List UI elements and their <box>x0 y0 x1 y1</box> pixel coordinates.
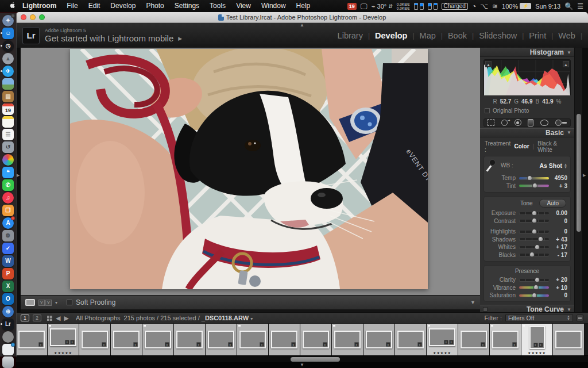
original-photo-checkbox[interactable] <box>485 108 490 113</box>
messages-icon[interactable]: ❝ <box>2 166 14 178</box>
thumbnail-photo[interactable]: ≡ <box>397 331 424 348</box>
selection-status[interactable]: 215 photos / 215 selected / _DSC0118.ARW… <box>124 315 253 321</box>
slider-thumb[interactable] <box>532 183 537 188</box>
system-preferences-icon[interactable]: ⚙ <box>2 229 14 241</box>
slider-thumb[interactable] <box>532 229 537 234</box>
next-photo-arrow[interactable]: ▶ <box>64 315 68 322</box>
facetime-icon[interactable]: ✆ <box>2 179 14 191</box>
filmstrip-thumbnail[interactable]: ≡ <box>206 324 237 355</box>
primary-monitor-button[interactable]: 1 <box>21 315 29 321</box>
slider-track[interactable] <box>519 294 549 297</box>
memory-gauge-icon[interactable] <box>414 3 424 10</box>
display-mirroring-icon[interactable]: 🖵 <box>361 2 368 10</box>
thumbnail-photo[interactable]: ≡ <box>239 331 266 348</box>
network-speed-status[interactable]: 0.0KB/s0.0KB/s <box>397 2 410 10</box>
menu-item[interactable]: File <box>61 0 83 12</box>
weather-status[interactable]: ⌁30°⇵ <box>371 2 392 10</box>
filmstrip-thumbnail[interactable]: ≡ <box>395 324 427 355</box>
lightroom-icon[interactable]: Lr <box>2 318 14 330</box>
collapse-top-panel-arrow[interactable]: ▲ <box>300 23 304 28</box>
right-panel-scrollbar[interactable] <box>574 48 582 312</box>
slider-thumb[interactable] <box>527 175 532 181</box>
contacts-icon[interactable]: ▤ <box>2 90 14 102</box>
filmstrip-thumbnail[interactable]: ≡ <box>174 324 206 355</box>
filmstrip-thumbnail[interactable]: ≡≡ ★★★★★ <box>521 324 553 355</box>
cpu-gauge-icon[interactable] <box>428 3 438 10</box>
slider-thumb[interactable] <box>529 252 535 257</box>
preview-photo-icon[interactable] <box>2 78 14 90</box>
scrollbar-thumb[interactable] <box>577 114 581 232</box>
thumbnail-photo[interactable]: ≡ <box>271 331 297 348</box>
module-tab[interactable]: Develop <box>370 31 412 40</box>
ibooks-icon[interactable]: ❐ <box>2 204 14 216</box>
module-tab[interactable]: Library <box>332 31 368 40</box>
filmstrip-thumbnail[interactable]: ≡ <box>332 324 363 355</box>
highlight-clipping-icon[interactable]: ▲ <box>563 61 569 67</box>
slider-track[interactable] <box>519 286 549 289</box>
slider-track[interactable] <box>519 231 549 233</box>
filter-toggle[interactable] <box>577 315 583 321</box>
thumbnail-photo[interactable] <box>555 331 582 348</box>
secondary-monitor-button[interactable]: 2 <box>33 315 41 321</box>
slider-track[interactable] <box>519 212 549 214</box>
shadow-clipping-icon[interactable]: ▲ <box>485 61 492 67</box>
filmstrip-thumbnail[interactable] <box>553 324 585 355</box>
slider-thumb[interactable] <box>538 236 543 241</box>
thumbnail-photo[interactable]: ≡≡ <box>529 326 545 349</box>
compass-app-icon[interactable]: ✦ <box>2 14 14 26</box>
time-machine-status-icon[interactable]: ◔ <box>472 2 476 10</box>
slider-track[interactable] <box>519 279 549 281</box>
lightroom-mobile-promo[interactable]: Get started with Lightroom mobile <box>45 33 173 43</box>
right-panel-edge[interactable]: ▶ <box>582 48 588 312</box>
panel-switch-icon[interactable] <box>483 307 488 312</box>
histogram-panel-header[interactable]: Histogram▼ <box>480 48 574 57</box>
battery-charged-status[interactable]: Charged <box>442 3 468 10</box>
safari-icon[interactable]: ✈ <box>2 65 14 77</box>
treatment-bw-option[interactable]: Black & White <box>537 140 570 153</box>
menu-item[interactable]: Lightroom <box>17 0 61 12</box>
thumbnail-photo[interactable]: ≡ <box>492 331 519 348</box>
thumbnail-photo[interactable]: ≡ <box>303 331 329 348</box>
module-tab[interactable]: Web <box>553 31 581 40</box>
slider-thumb[interactable] <box>535 277 540 282</box>
module-tab[interactable]: Map <box>415 31 441 40</box>
menu-item[interactable]: Develop <box>105 0 141 12</box>
loupe-view-icon[interactable] <box>25 299 35 306</box>
clock-status[interactable]: Sun 9:13 <box>535 3 560 10</box>
thumbnail-photo[interactable]: ≡ <box>18 331 45 348</box>
slider-track[interactable] <box>519 246 549 248</box>
module-tab[interactable]: Slideshow <box>474 31 522 40</box>
filmstrip-thumbnail[interactable]: ≡≡ ★★★★★ <box>48 324 79 355</box>
white-balance-eyedropper-icon[interactable] <box>487 159 496 172</box>
adjustment-brush-tool-icon[interactable] <box>555 120 567 126</box>
menu-item[interactable]: Window <box>256 0 291 12</box>
collapse-right-panel-arrow[interactable]: ▶ <box>583 173 586 178</box>
scrollbar-thumb[interactable] <box>291 357 340 362</box>
before-after-view-icon[interactable]: YY <box>38 300 52 306</box>
bluetooth-icon[interactable]: ⌥ <box>480 2 488 10</box>
slider-thumb[interactable] <box>532 210 537 216</box>
slider-track[interactable] <box>519 185 549 187</box>
expand-left-panel-arrow[interactable]: ▶ <box>17 173 20 178</box>
toolbar-options-caret-icon[interactable]: ▼ <box>470 300 475 305</box>
red-eye-tool-icon[interactable] <box>514 119 521 126</box>
previous-photo-arrow[interactable]: ◀ <box>56 315 60 322</box>
tasks-app-icon[interactable]: ✓ <box>2 242 14 254</box>
word-icon[interactable]: W <box>2 255 14 267</box>
filmstrip-thumbnail[interactable]: ≡ <box>269 324 300 355</box>
photos-icon[interactable] <box>2 154 14 166</box>
notes-icon[interactable] <box>2 116 14 128</box>
filmstrip-thumbnail[interactable]: ≡ <box>16 324 48 355</box>
main-photo-dog[interactable]: eVENT DT <box>70 49 428 289</box>
filmstrip-scrollbar[interactable] <box>16 355 588 362</box>
battery-percent-status[interactable]: 100%⚡ <box>502 3 531 10</box>
stack-downloads-icon[interactable] <box>2 343 14 355</box>
thumbnail-photo[interactable]: ≡ <box>208 331 234 348</box>
launchpad-icon[interactable]: ▲ <box>2 52 14 64</box>
menu-item[interactable]: View <box>231 0 256 12</box>
menu-item[interactable]: Help <box>291 0 316 12</box>
time-machine-icon[interactable]: ↺ <box>2 141 14 153</box>
app-store-icon[interactable]: A <box>2 217 14 229</box>
view-mode-caret-icon[interactable]: ▾ <box>55 300 57 305</box>
slider-track[interactable] <box>519 177 549 179</box>
